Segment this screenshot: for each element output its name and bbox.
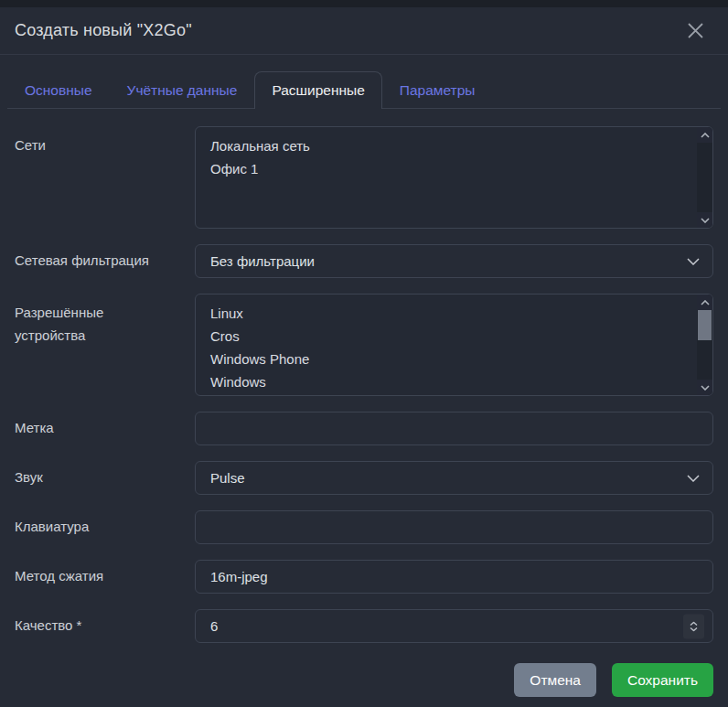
spinner-down-icon[interactable] [690, 627, 698, 631]
scroll-down-icon[interactable] [697, 212, 712, 228]
cancel-button[interactable]: Отмена [514, 663, 596, 697]
scroll-track[interactable] [697, 143, 712, 212]
create-x2go-dialog: Создать новый "X2Go" ОсновныеУчётные дан… [0, 7, 728, 707]
quality-label: Качество * [15, 615, 195, 637]
network-filter-label: Сетевая фильтрация [15, 250, 195, 273]
networks-label: Сети [15, 126, 195, 157]
networks-scrollbar[interactable] [697, 127, 712, 228]
dialog-footer: Отмена Сохранить [0, 663, 728, 707]
compression-label: Метод сжатия [15, 565, 195, 588]
network-filter-select[interactable]: Без фильтрации [195, 244, 713, 278]
save-button[interactable]: Сохранить [612, 663, 713, 697]
list-item[interactable]: Локальная сеть [196, 134, 712, 157]
number-spinner[interactable] [683, 614, 704, 638]
dialog-header: Создать новый "X2Go" [0, 7, 728, 55]
list-item[interactable]: Windows [196, 370, 712, 393]
compression-row: Метод сжатия [15, 560, 713, 594]
quality-input[interactable] [195, 609, 713, 643]
form-body: Сети Локальная сетьОфис 1 [0, 109, 728, 663]
allowed-devices-listbox[interactable]: LinuxCrosWindows PhoneWindows [195, 294, 713, 396]
chevron-down-icon [687, 475, 700, 482]
tab[interactable]: Учётные данные [110, 71, 255, 109]
networks-options: Локальная сетьОфис 1 [196, 134, 712, 180]
allowed-devices-row: Разрешённые устройства LinuxCrosWindows … [15, 294, 713, 396]
keyboard-input[interactable] [195, 510, 713, 544]
sound-label: Звук [15, 466, 195, 489]
scroll-down-icon[interactable] [697, 380, 712, 395]
network-filter-row: Сетевая фильтрация Без фильтрации [15, 244, 713, 278]
list-item[interactable]: Windows Phone [196, 348, 712, 370]
scroll-track[interactable] [697, 310, 712, 380]
allowed-devices-label: Разрешённые устройства [15, 294, 195, 348]
sound-select[interactable]: Pulse [195, 461, 713, 495]
compression-input[interactable] [195, 560, 713, 594]
network-filter-value: Без фильтрации [210, 253, 315, 269]
spinner-up-icon[interactable] [690, 621, 698, 626]
close-button[interactable] [683, 18, 708, 43]
tab-bar: ОсновныеУчётные данныеРасширенныеПарамет… [0, 55, 728, 109]
tab[interactable]: Параметры [382, 71, 493, 109]
networks-row: Сети Локальная сетьОфис 1 [15, 126, 713, 229]
list-item[interactable]: Linux [196, 302, 712, 325]
chevron-down-icon [687, 258, 700, 265]
scroll-up-icon[interactable] [697, 127, 712, 143]
networks-listbox[interactable]: Локальная сетьОфис 1 [195, 126, 713, 229]
sound-row: Звук Pulse [15, 461, 713, 495]
keyboard-row: Клавиатура [15, 510, 713, 544]
keyboard-label: Клавиатура [15, 516, 195, 539]
list-item[interactable]: Офис 1 [196, 157, 712, 180]
tab[interactable]: Основные [7, 71, 110, 109]
tag-label: Метка [15, 417, 195, 440]
allowed-devices-options: LinuxCrosWindows PhoneWindows [196, 302, 712, 393]
tag-input[interactable] [195, 412, 713, 445]
dialog-title: Создать новый "X2Go" [15, 21, 192, 40]
scroll-up-icon[interactable] [697, 295, 712, 310]
tab[interactable]: Расширенные [254, 71, 381, 109]
tag-row: Метка [15, 412, 713, 445]
devices-scrollbar[interactable] [697, 295, 712, 395]
list-item[interactable]: Cros [196, 325, 712, 348]
scroll-thumb[interactable] [698, 310, 712, 340]
quality-row: Качество * [15, 609, 713, 643]
tab-list: ОсновныеУчётные данныеРасширенныеПарамет… [7, 71, 721, 109]
sound-value: Pulse [210, 470, 245, 486]
close-icon [687, 22, 704, 39]
